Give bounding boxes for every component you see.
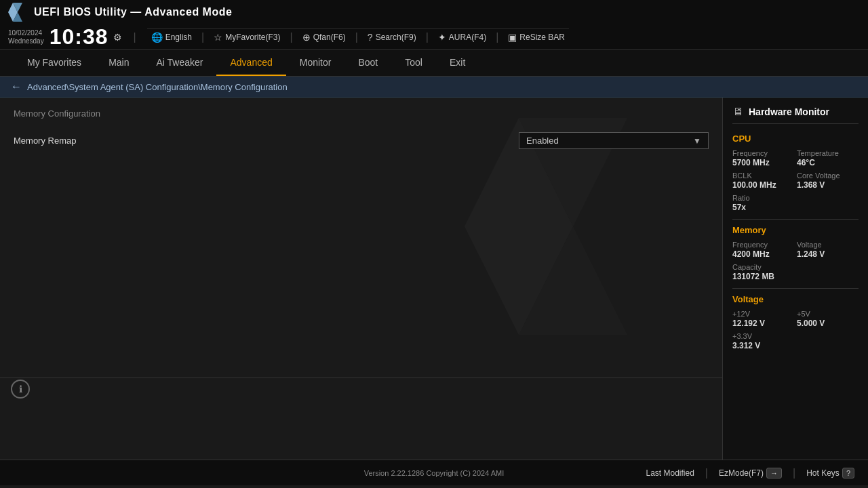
toolbar-aura[interactable]: ✦ AURA(F4) [434,30,490,44]
resizebar-label: ReSize BAR [519,33,565,42]
hw-monitor-title: Hardware Monitor [749,106,829,117]
asus-logo [8,3,27,22]
sep3: | [355,31,358,43]
hotkeys-label: Hot Keys [806,468,840,478]
settings-gear-icon[interactable]: ⚙ [113,32,122,43]
section-title: Memory Configuration [14,108,709,119]
memory-grid: Frequency 4200 MHz Voltage 1.248 V Capac… [732,241,859,281]
date-time-area: 10/02/2024 Wednesday 10:38 ⚙ | 🌐 English… [8,24,860,49]
mem-frequency-label: Frequency [732,241,794,249]
footer-sep1: | [705,467,708,479]
voltage-grid: +12V 12.192 V +5V 5.000 V +3.3V 3.312 V [732,310,859,350]
aura-icon: ✦ [438,32,446,43]
volt-33v-block: +3.3V 3.312 V [732,332,859,350]
memory-remap-row: Memory Remap Enabled ▼ [14,127,709,155]
globe-icon: 🌐 [151,32,163,43]
app-title: UEFI BIOS Utility — Advanced Mode [34,6,232,18]
day: Wednesday [8,37,44,45]
memory-remap-label: Memory Remap [14,136,76,146]
search-question-icon: ? [368,32,373,43]
language-label: English [165,33,192,42]
cpu-bclk-value: 100.00 MHz [732,180,794,190]
info-area: ℹ [11,380,30,399]
cpu-bclk-block: BCLK 100.00 MHz [732,171,794,190]
mem-capacity-label: Capacity [732,263,859,271]
nav-tool[interactable]: Tool [391,50,436,76]
nav-boot[interactable]: Boot [344,50,391,76]
search-label: Search(F9) [376,33,416,42]
toolbar-search[interactable]: ? Search(F9) [363,30,420,44]
memory-divider [732,288,859,289]
ezmode-label: EzMode(F7) [719,468,764,478]
cpu-frequency-label: Frequency [732,149,794,157]
sep5: | [496,31,498,43]
footer: Version 2.22.1286 Copyright (C) 2024 AMI… [0,460,868,485]
volt-5v-block: +5V 5.000 V [797,310,859,328]
monitor-icon: 🖥 [732,106,743,118]
nav-ai-tweaker[interactable]: Ai Tweaker [142,50,216,76]
toolbar-myfavorite[interactable]: ☆ MyFavorite(F3) [210,30,284,44]
cpu-core-voltage-block: Core Voltage 1.368 V [797,171,859,190]
cpu-divider [732,219,859,220]
resize-icon: ▣ [508,32,517,43]
cpu-ratio-block: Ratio 57x [732,194,859,212]
volt-12v-value: 12.192 V [732,319,794,328]
mem-capacity-block: Capacity 131072 MB [732,263,859,281]
last-modified-button[interactable]: Last Modified [646,468,694,478]
cpu-temperature-value: 46°C [797,158,859,167]
nav-exit[interactable]: Exit [436,50,479,76]
cpu-core-voltage-value: 1.368 V [797,180,859,190]
content-area: Memory Configuration Memory Remap Enable… [0,98,722,460]
footer-right: Last Modified | EzMode(F7) → | Hot Keys … [644,467,854,479]
date-block: 10/02/2024 Wednesday [8,29,44,45]
toolbar-resizebar[interactable]: ▣ ReSize BAR [504,30,569,44]
mem-voltage-label: Voltage [797,241,859,249]
clock[interactable]: 10:38 [50,24,108,49]
hotkeys-button[interactable]: Hot Keys ? [806,468,854,479]
mem-frequency-value: 4200 MHz [732,249,794,259]
cpu-frequency-value: 5700 MHz [732,158,794,167]
volt-33v-value: 3.312 V [732,341,859,350]
hardware-monitor-panel: 🖥 Hardware Monitor CPU Frequency 5700 MH… [722,98,868,460]
title-bar: UEFI BIOS Utility — Advanced Mode [8,3,860,23]
fan-icon: ⊕ [302,32,311,43]
dropdown-arrow-icon: ▼ [693,136,701,146]
cpu-temperature-label: Temperature [797,149,859,157]
mem-voltage-value: 1.248 V [797,249,859,259]
volt-5v-value: 5.000 V [797,319,859,328]
header: UEFI BIOS Utility — Advanced Mode 10/02/… [0,0,868,50]
nav-main[interactable]: Main [95,50,142,76]
ezmode-button[interactable]: EzMode(F7) → [719,468,782,479]
volt-12v-block: +12V 12.192 V [732,310,794,328]
toolbar-language[interactable]: 🌐 English [147,30,196,44]
volt-12v-label: +12V [732,310,794,318]
cpu-grid: Frequency 5700 MHz Temperature 46°C BCLK… [732,149,859,212]
info-button[interactable]: ℹ [11,380,30,399]
aura-label: AURA(F4) [449,33,486,42]
hw-monitor-header: 🖥 Hardware Monitor [732,106,859,124]
mem-capacity-value: 131072 MB [732,272,859,281]
cpu-frequency-block: Frequency 5700 MHz [732,149,794,167]
mem-frequency-block: Frequency 4200 MHz [732,241,794,259]
myfavorite-label: MyFavorite(F3) [225,33,280,42]
voltage-section-title: Voltage [732,294,859,304]
cpu-section-title: CPU [732,134,859,144]
breadcrumb: ← Advanced\System Agent (SA) Configurati… [0,77,868,98]
ezmode-icon: → [766,468,782,479]
volt-33v-label: +3.3V [732,332,859,340]
sep2: | [290,31,293,43]
nav-monitor[interactable]: Monitor [286,50,345,76]
date: 10/02/2024 [8,29,44,37]
memory-remap-dropdown[interactable]: Enabled ▼ [519,132,709,149]
star-icon: ☆ [214,32,222,43]
hotkeys-icon: ? [842,468,854,479]
memory-remap-value: Enabled [526,136,559,146]
nav-advanced[interactable]: Advanced [216,50,285,76]
sep1: | [201,31,204,43]
nav-my-favorites[interactable]: My Favorites [14,50,95,76]
toolbar-qfan[interactable]: ⊕ Qfan(F6) [298,30,350,44]
footer-sep2: | [793,467,795,479]
cpu-bclk-label: BCLK [732,171,794,180]
back-button[interactable]: ← [11,81,22,93]
top-toolbar: 🌐 English | ☆ MyFavorite(F3) | ⊕ Qfan(F6… [147,28,569,47]
